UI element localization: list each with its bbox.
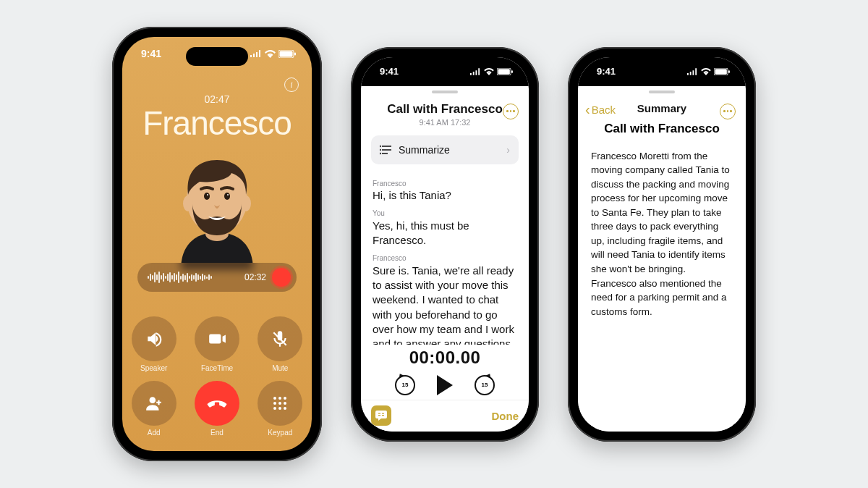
caller-name: Francesco [142,104,292,143]
svg-rect-33 [728,70,730,73]
svg-point-10 [227,194,229,195]
svg-point-5 [183,195,193,211]
svg-point-20 [278,407,281,410]
transcript-speaker: Francesco [373,253,517,264]
note-title: Call with Francesco [387,102,503,117]
cellular-icon [250,50,262,57]
summarize-button[interactable]: Summarize › [371,135,519,164]
svg-point-8 [224,193,230,200]
svg-rect-23 [498,69,509,74]
note-subtitle: 9:41 AM 17:32 [387,118,503,127]
add-person-icon [145,394,163,413]
battery-icon [278,50,296,58]
status-icons [470,68,513,75]
recording-indicator[interactable]: 02:32 [137,263,297,292]
status-icons [687,68,730,75]
facetime-button[interactable]: FaceTime [195,316,239,372]
status-time: 9:41 [597,66,616,77]
svg-point-30 [380,153,380,153]
battery-icon [497,68,513,75]
end-call-button[interactable]: End [195,381,239,437]
svg-point-6 [241,195,251,211]
speaker-button[interactable]: Speaker [132,316,176,372]
svg-point-7 [204,193,210,200]
video-icon [208,329,226,348]
more-button[interactable] [503,104,519,119]
keypad-button[interactable]: Keypad [258,381,302,437]
summary-title: Call with Francesco [578,122,746,136]
play-button[interactable] [437,375,453,395]
back-label: Back [592,104,616,116]
transcript-area[interactable]: Francesco Hi, is this Tania? You Yes, hi… [361,164,529,345]
summarize-icon [380,145,391,155]
playback-time: 00:00.00 [361,348,529,368]
speaker-label: Speaker [140,364,167,372]
summarize-label: Summarize [399,144,450,156]
skip-back-button[interactable]: 15 [395,375,415,395]
sheet-grabber[interactable] [649,91,675,93]
done-button[interactable]: Done [492,410,519,422]
svg-rect-2 [294,52,296,55]
wifi-icon [265,50,276,58]
svg-point-12 [149,397,156,403]
dynamic-island [420,66,470,80]
waveform-icon [148,271,239,284]
record-button[interactable] [272,268,291,287]
keypad-icon [271,395,289,412]
phone-call-screen: 9:41 i 02:47 Francesco [112,27,322,461]
svg-point-15 [284,397,286,400]
status-icons [250,50,296,58]
svg-point-21 [284,407,286,410]
mute-icon [271,329,289,348]
dynamic-island [637,66,687,80]
svg-point-14 [278,397,281,400]
svg-rect-24 [511,70,513,73]
svg-rect-1 [280,51,293,56]
mute-button[interactable]: Mute [258,316,302,372]
svg-point-13 [273,397,276,400]
dynamic-island [186,47,248,66]
svg-rect-32 [715,69,726,74]
speaker-icon [145,329,163,348]
transcript-speaker: You [373,209,517,219]
transcript-speaker: Francesco [373,179,517,189]
recording-time: 02:32 [244,272,266,282]
add-label: Add [148,429,161,437]
back-button[interactable]: ‹ Back [585,104,616,116]
mute-label: Mute [272,364,288,372]
more-button[interactable] [720,104,736,119]
contact-avatar [159,147,275,270]
end-label: End [210,429,224,437]
transcript-toggle-button[interactable] [371,405,391,426]
svg-point-16 [273,402,276,405]
wifi-icon [701,68,711,75]
svg-point-29 [380,149,380,150]
add-button[interactable]: Add [132,381,176,437]
keypad-label: Keypad [268,429,292,437]
chevron-left-icon: ‹ [585,104,590,114]
phone-summary-screen: 9:41 ‹ Back Summary Call with Francesco … [568,47,756,442]
quote-icon [375,411,387,421]
cellular-icon [470,68,481,75]
svg-point-17 [278,402,281,405]
sheet-grabber[interactable] [432,91,458,93]
transcript-line: Yes, hi, this must be Francesco. [373,219,517,248]
transcript-line: Hi, is this Tania? [373,188,517,203]
svg-point-18 [284,402,286,405]
svg-point-19 [273,407,276,410]
summary-text: Francesco Moretti from the moving compan… [578,145,746,319]
chevron-right-icon: › [506,144,510,156]
hangup-icon [206,392,228,414]
status-time: 9:41 [380,66,399,77]
page-header: Summary [637,102,686,114]
skip-forward-button[interactable]: 15 [475,375,495,395]
battery-icon [714,68,730,75]
wifi-icon [484,68,494,75]
info-icon[interactable]: i [284,77,299,92]
transcript-line: Sure is. Tania, we're all ready to assis… [373,264,517,345]
facetime-label: FaceTime [201,364,233,372]
svg-point-28 [380,146,380,146]
cellular-icon [687,68,698,75]
svg-point-9 [207,194,208,195]
phone-transcript-screen: 9:41 Call with Francesco 9:41 AM 17:32 [351,47,539,442]
